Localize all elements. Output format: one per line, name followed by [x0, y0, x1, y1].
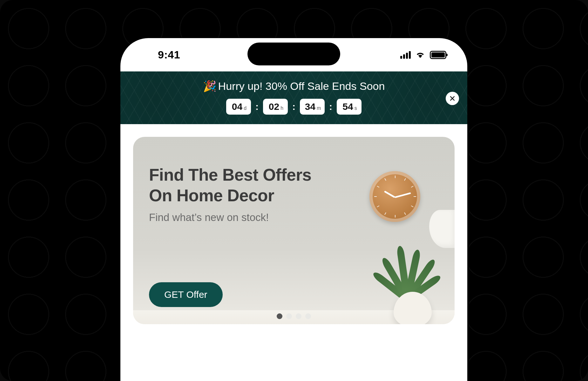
carousel-dot-4[interactable]	[305, 313, 311, 319]
hero-title-line2: On Home Decor	[149, 186, 274, 205]
countdown-minutes-value: 34	[305, 101, 315, 112]
close-banner-button[interactable]	[446, 92, 459, 105]
carousel-dot-1[interactable]	[277, 313, 282, 319]
carousel-dot-3[interactable]	[296, 313, 301, 319]
device-notch	[247, 43, 340, 65]
carousel-dot-2[interactable]	[286, 313, 292, 319]
status-time: 9:41	[158, 49, 180, 61]
countdown-hours: 02 h	[263, 99, 288, 115]
countdown-hours-value: 02	[269, 101, 279, 112]
promo-title: 🎉 Hurry up! 30% Off Sale Ends Soon	[203, 80, 385, 92]
device-frame: 9:41 🎉 Hurry up! 30% Off Sale Ends Soon …	[120, 38, 467, 381]
content-area: Find The Best Offers On Home Decor Find …	[120, 124, 467, 324]
hero-title-line1: Find The Best Offers	[149, 165, 311, 184]
carousel-pagination[interactable]	[277, 313, 311, 319]
countdown-seconds: 54 s	[337, 99, 362, 115]
wifi-icon	[415, 51, 425, 59]
hero-title: Find The Best Offers On Home Decor	[149, 165, 439, 206]
countdown-timer: 04 d : 02 h : 34 m : 54 s	[226, 99, 362, 115]
countdown-days: 04 d	[226, 99, 251, 115]
countdown-days-value: 04	[232, 101, 242, 112]
close-icon	[449, 95, 456, 102]
countdown-hours-unit: h	[280, 105, 283, 111]
party-popper-icon: 🎉	[203, 80, 216, 92]
countdown-minutes: 34 m	[300, 99, 325, 115]
cellular-signal-icon	[400, 51, 411, 59]
countdown-separator: :	[292, 101, 295, 112]
countdown-seconds-value: 54	[342, 101, 353, 112]
promo-banner: 🎉 Hurry up! 30% Off Sale Ends Soon 04 d …	[120, 71, 467, 124]
promo-title-text: Hurry up! 30% Off Sale Ends Soon	[218, 80, 385, 92]
hero-carousel-card[interactable]: Find The Best Offers On Home Decor Find …	[133, 137, 455, 324]
hero-subtitle: Find what’s new on stock!	[149, 211, 439, 224]
countdown-separator: :	[329, 101, 332, 112]
countdown-separator: :	[255, 101, 259, 112]
status-indicators	[400, 51, 446, 59]
get-offer-button[interactable]: GET Offer	[149, 282, 223, 307]
countdown-seconds-unit: s	[355, 105, 357, 111]
battery-icon	[430, 51, 446, 59]
countdown-days-unit: d	[244, 105, 247, 111]
hero-content: Find The Best Offers On Home Decor Find …	[133, 137, 455, 324]
countdown-minutes-unit: m	[317, 105, 321, 111]
